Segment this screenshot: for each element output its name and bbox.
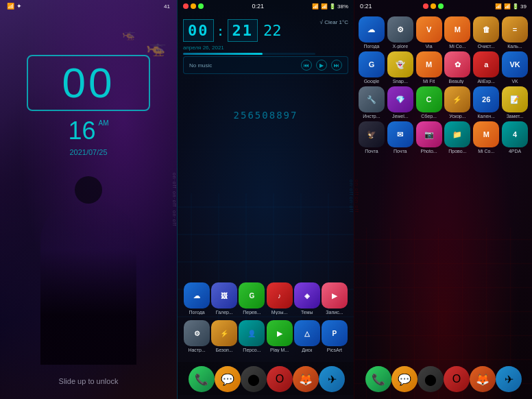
app-icon-item[interactable]: ▶Play M... (266, 320, 293, 352)
app-icon-item[interactable]: ⚡Безоп... (210, 320, 238, 352)
dock-icon-item[interactable]: 🦊 (293, 366, 319, 392)
app-label: Прово... (443, 149, 472, 154)
app-icon-item[interactable]: MMi Co... (443, 16, 472, 49)
dock-icon-item[interactable]: ⬤ (241, 366, 267, 392)
app-label: Кален... (472, 114, 500, 119)
app-icon-item[interactable]: 💎Jewel... (386, 86, 415, 119)
p3-status-bar: 0:21 📶 📶 🔋 39 (360, 3, 527, 10)
app-label: Via (415, 44, 444, 49)
p3-dock-icon-item[interactable]: O (444, 366, 470, 392)
p3-dot-green (438, 3, 444, 9)
p3-dock-icon-item[interactable]: 📞 (365, 366, 391, 392)
app-icon-item[interactable]: ⚡Ускор... (443, 86, 472, 119)
app-icon-item[interactable]: ✉Почта (386, 121, 415, 154)
app-label: 4PDA (500, 149, 529, 154)
p3-dots (423, 3, 444, 9)
app-icon-item[interactable]: aAliExp... (472, 51, 500, 84)
app-icon-item[interactable]: ▶Запис... (321, 282, 348, 315)
app-label: Замет... (500, 114, 529, 119)
app-label: Почта (357, 149, 386, 154)
app-icon-item[interactable]: ССбер... (415, 86, 444, 119)
app-icon-wrap: G (359, 51, 385, 77)
app-icon-wrap: 💎 (387, 86, 413, 112)
app-label: Безоп... (210, 348, 238, 352)
play-button[interactable]: ▶ (316, 60, 327, 71)
app-icon-item[interactable]: VVia (415, 16, 444, 49)
lockscreen-status-bar: 📶 ✦ 41 (7, 3, 170, 10)
p2-status-dots (183, 3, 204, 9)
app-icon-item[interactable]: PPicsArt (321, 320, 348, 352)
next-button[interactable]: ⏭ (331, 60, 342, 71)
app-icon-item[interactable]: VKVK (500, 51, 529, 84)
dock-icon: 💬 (215, 366, 241, 392)
p3-dock-icon-item[interactable]: 🦊 (470, 366, 496, 392)
app-icon-item[interactable]: 44PDA (500, 121, 529, 154)
app-icon-wrap: △ (294, 320, 320, 346)
app-icon-item[interactable]: ✿Beauty_ (443, 51, 472, 84)
app-icon-item[interactable]: 📷Photo... (415, 121, 444, 154)
cyber-min: 21 (232, 22, 254, 39)
music-label: No music (189, 62, 212, 69)
app-label: Ускор... (443, 114, 472, 119)
app-icon-item[interactable]: ◈Темы (293, 282, 321, 315)
app-icon-item[interactable]: 👻Snap... (386, 51, 415, 84)
app-icon-wrap: ⚙ (387, 16, 413, 43)
dock-icon-item[interactable]: ✈ (319, 366, 345, 392)
app-icon-item[interactable]: ⚙Настр... (183, 320, 210, 352)
p3-app-grid: ☁Погода⚙X-ploreVViaMMi Co...🗑Очист...=Ка… (357, 16, 529, 156)
soldier-head (75, 176, 102, 204)
app-label: Mi Fit (415, 79, 444, 84)
p3-dock-icon-item[interactable]: ⬤ (418, 366, 444, 392)
app-label: AliExp... (472, 79, 500, 84)
app-icon-item[interactable]: 🔧Инстр... (357, 86, 386, 119)
app-label: Погода (357, 44, 386, 49)
p3-dock-icon-item[interactable]: ✈ (496, 366, 522, 392)
cyber-sec: 22 (263, 22, 282, 39)
standard-home-panel: 0:21 📶 📶 🔋 39 ☁Погода⚙X-ploreVViaMMi Co.… (354, 0, 532, 399)
dock-icon-item[interactable]: 📞 (189, 366, 215, 392)
app-icon-item[interactable]: 👤Персо... (238, 320, 265, 352)
app-icon-item[interactable]: ☁Погода (183, 282, 210, 315)
app-icon-item[interactable]: 26Кален... (472, 86, 500, 119)
app-icon-item[interactable]: 📁Прово... (443, 121, 472, 154)
slide-to-unlock-label[interactable]: Slide up to unlock (59, 377, 119, 385)
app-label: Диск (293, 348, 321, 352)
app-icon-item[interactable]: △Диск (293, 320, 321, 352)
app-label: Каль... (500, 44, 529, 49)
app-icon-wrap: ⚙ (184, 320, 210, 346)
app-icon-item[interactable]: 🖼Галер... (210, 282, 238, 315)
p3-dock-icon-item[interactable]: 💬 (391, 366, 418, 392)
app-row: GGoogle👻Snap...MMi Fit✿Beauty_aAliExp...… (357, 51, 529, 84)
app-icon-item[interactable]: ⚙X-plore (386, 16, 415, 49)
app-icon-wrap: 🦅 (359, 121, 385, 147)
app-icon-wrap: M (473, 121, 499, 147)
app-icon-item[interactable]: 🦅Почта (357, 121, 386, 154)
app-icon-wrap: 📝 (502, 86, 528, 112)
app-icon-item[interactable]: ♪Музы... (266, 282, 293, 315)
prev-button[interactable]: ⏮ (301, 60, 312, 71)
app-icon-wrap: 26 (473, 86, 499, 112)
app-label: PicsArt (321, 348, 348, 352)
app-icon-item[interactable]: MMi Co... (472, 121, 500, 154)
app-icon-item[interactable]: ☁Погода (357, 16, 386, 49)
p2-on-off: on·off on·off (349, 180, 354, 213)
status-time: 📶 ✦ (7, 3, 22, 10)
app-label: Запис... (321, 310, 348, 315)
on-off-indicator: on·off on·off on·off (172, 173, 177, 226)
dock-icon-item[interactable]: 💬 (215, 366, 241, 392)
dock-icon-item[interactable]: O (267, 366, 293, 392)
app-icon-wrap: ▶ (322, 282, 348, 309)
app-label: Сбер... (415, 114, 444, 119)
app-icon-wrap: ♪ (267, 282, 293, 309)
app-icon-item[interactable]: MMi Fit (415, 51, 444, 84)
dock-icon: ✈ (319, 366, 345, 392)
app-icon-item[interactable]: GПерев... (238, 282, 265, 315)
app-icon-item[interactable]: GGoogle (357, 51, 386, 84)
p2-status-bar: 0:21 📶 📶 🔋 38% (183, 3, 348, 10)
app-icon-item[interactable]: =Каль... (500, 16, 529, 49)
app-icon-item[interactable]: 📝Замет... (500, 86, 529, 119)
app-icon-item[interactable]: 🗑Очист... (472, 16, 500, 49)
p3-dot-yellow (431, 3, 436, 9)
app-label: Mi Co... (443, 44, 472, 49)
app-label: Jewel... (386, 114, 415, 119)
